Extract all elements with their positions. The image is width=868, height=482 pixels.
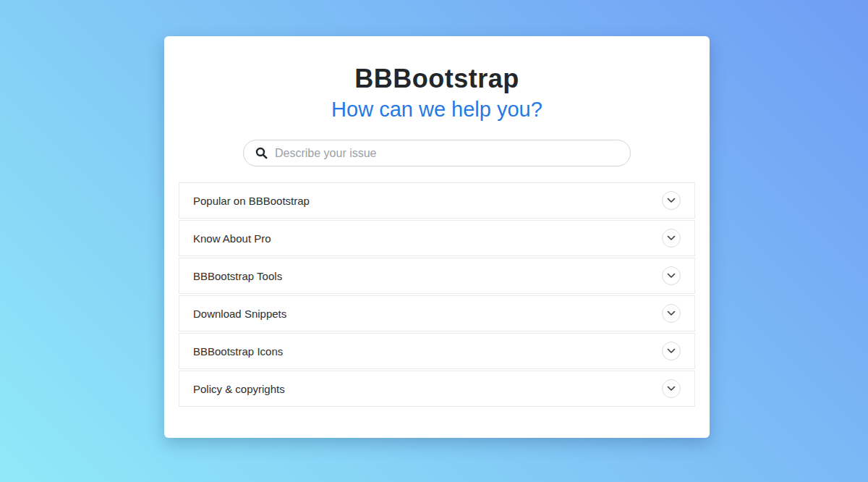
accordion-item-policy-copyrights[interactable]: Policy & copyrights [179,371,695,407]
accordion-item-tools[interactable]: BBBootstrap Tools [179,258,695,294]
accordion-item-label: BBBootstrap Icons [193,345,283,358]
help-accordion: Popular on BBBootstrap Know About Pro BB… [179,182,695,407]
search-icon [255,147,268,159]
accordion-item-label: BBBootstrap Tools [193,270,282,282]
accordion-item-label: Popular on BBBootstrap [193,195,310,207]
accordion-item-label: Policy & copyrights [193,383,285,395]
page-title: BBBootstrap [164,64,710,94]
chevron-down-icon[interactable] [662,304,681,323]
search-input[interactable] [275,147,618,160]
chevron-down-icon[interactable] [662,342,681,360]
chevron-down-icon[interactable] [662,266,681,285]
accordion-item-icons[interactable]: BBBootstrap Icons [179,333,695,369]
accordion-item-know-about-pro[interactable]: Know About Pro [179,220,695,256]
chevron-down-icon[interactable] [662,379,681,398]
accordion-item-label: Download Snippets [193,308,286,320]
search-bar[interactable] [243,140,631,166]
page-subtitle: How can we help you? [164,98,710,122]
help-center-card: BBBootstrap How can we help you? Popular… [164,36,710,438]
chevron-down-icon[interactable] [662,191,681,210]
accordion-item-label: Know About Pro [193,232,271,245]
accordion-item-popular[interactable]: Popular on BBBootstrap [179,182,695,219]
accordion-item-download-snippets[interactable]: Download Snippets [179,295,695,331]
chevron-down-icon[interactable] [662,229,681,248]
